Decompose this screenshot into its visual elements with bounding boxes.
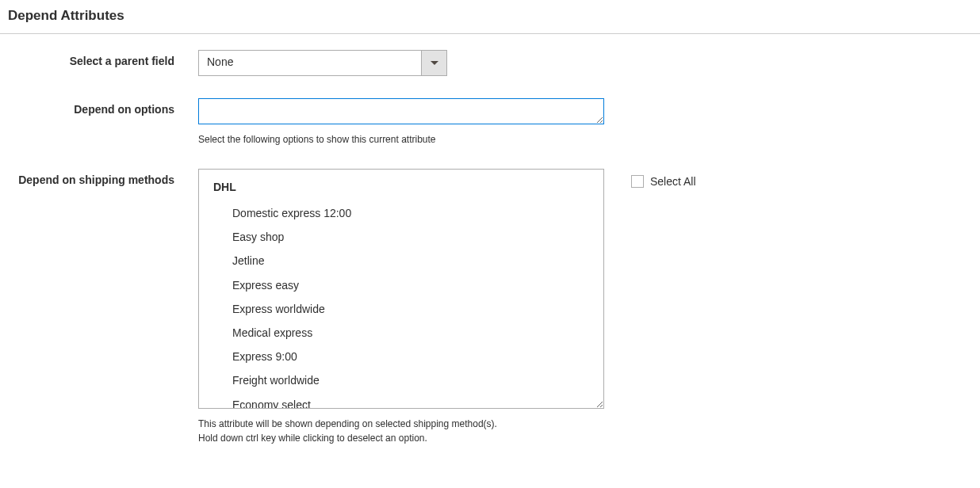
label-parent-field: Select a parent field — [8, 50, 198, 67]
depend-options-input[interactable] — [198, 98, 604, 124]
shipping-option[interactable]: Express easy — [213, 273, 589, 297]
shipping-group-label: DHL — [213, 181, 589, 193]
shipping-option[interactable]: Jetline — [213, 249, 589, 273]
select-all-checkbox[interactable] — [631, 175, 644, 188]
select-all-label: Select All — [650, 175, 696, 188]
label-shipping-methods: Depend on shipping methods — [8, 169, 198, 186]
shipping-option[interactable]: Express 9:00 — [213, 345, 589, 368]
parent-field-select[interactable]: None — [198, 50, 448, 76]
depend-options-help: Select the following options to show thi… — [198, 132, 604, 147]
shipping-methods-help: This attribute will be shown depending o… — [198, 417, 696, 445]
section-title: Depend Attributes — [0, 0, 980, 34]
row-depend-options: Depend on options Select the following o… — [0, 98, 980, 147]
chevron-down-icon — [431, 61, 438, 65]
parent-field-value[interactable]: None — [198, 50, 422, 76]
row-shipping-methods: Depend on shipping methods DHL Domestic … — [0, 169, 980, 445]
shipping-option[interactable]: Easy shop — [213, 225, 589, 249]
shipping-option[interactable]: Express worldwide — [213, 297, 589, 321]
shipping-help-line2: Hold down ctrl key while clicking to des… — [198, 433, 427, 444]
label-depend-options: Depend on options — [8, 98, 198, 116]
shipping-help-line1: This attribute will be shown depending o… — [198, 418, 497, 429]
shipping-option[interactable]: Freight worldwide — [213, 368, 589, 392]
row-parent-field: Select a parent field None — [0, 50, 980, 76]
shipping-methods-multiselect[interactable]: DHL Domestic express 12:00 Easy shop Jet… — [198, 169, 604, 409]
shipping-option[interactable]: Domestic express 12:00 — [213, 201, 589, 225]
parent-field-dropdown-button[interactable] — [421, 50, 447, 76]
shipping-option[interactable]: Economy select — [213, 393, 589, 410]
shipping-option[interactable]: Medical express — [213, 321, 589, 345]
select-all-wrap: Select All — [631, 175, 696, 188]
